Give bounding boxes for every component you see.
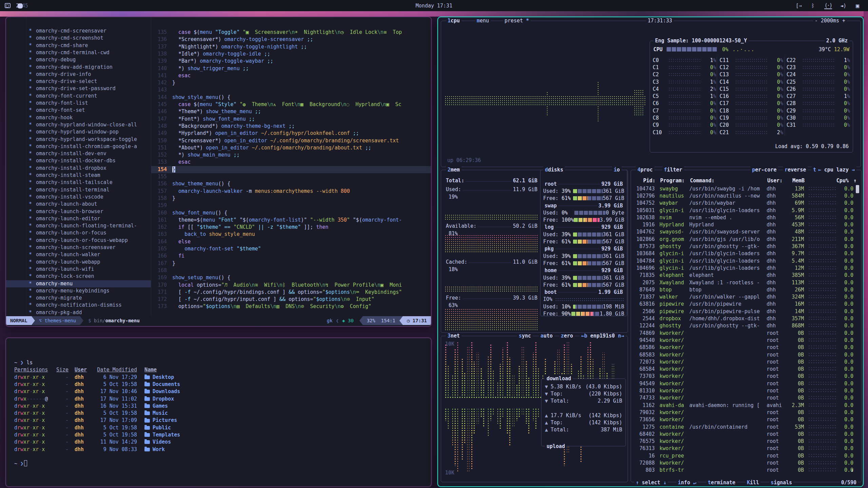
file-item[interactable]: *omarchy-launch-or-focus-webapp xyxy=(6,237,151,244)
process-row[interactable]: 103684glycin-i/usr/lib/glycin-loadersdhh… xyxy=(633,250,854,257)
file-item[interactable]: *omarchy-cmd-screenshot xyxy=(6,35,151,42)
file-item[interactable]: *omarchy-hook xyxy=(6,114,151,121)
file-item[interactable]: *omarchy-install-chromium-google-a xyxy=(6,143,151,150)
file-item[interactable]: *omarchy-font-current xyxy=(6,93,151,100)
sync-button[interactable]: sync xyxy=(517,333,533,339)
process-row[interactable]: 2506pipewire/usr/bin/pipewire-pulsedhh14… xyxy=(633,308,854,315)
preset-button[interactable]: preset * xyxy=(503,18,531,24)
file-item[interactable]: *omarchy-install-docker-dbs xyxy=(6,157,151,164)
file-item[interactable]: *omarchy-migrate xyxy=(6,294,151,302)
iface-switcher[interactable]: ←b enp191s0 n→ xyxy=(579,333,626,339)
sort-selector[interactable]: ← cpu lazy → xyxy=(816,167,856,173)
process-row[interactable]: 74733kworker/root0B0.0 xyxy=(633,394,854,402)
process-row[interactable]: 68586kworker/root0B0.0 xyxy=(633,344,854,351)
process-row[interactable]: 94540kworker/root0B0.0 xyxy=(633,337,854,344)
process-row[interactable]: 2544dropbox/home/dhh/.dropbox-distdhh357… xyxy=(633,315,854,322)
zero-button[interactable]: zero xyxy=(559,333,575,339)
prompt-line[interactable]: ~ ❯ xyxy=(14,460,27,467)
file-item[interactable]: *omarchy-install-tailscale xyxy=(6,179,151,186)
signals-button[interactable]: signals xyxy=(769,480,793,486)
file-item[interactable]: *omarchy-hyprland-window-pop xyxy=(6,128,151,136)
per-core-button[interactable]: per-core xyxy=(750,167,778,173)
process-row[interactable]: 1162avahi-daavahi-daemon: running [avahi… xyxy=(633,402,854,409)
file-item[interactable]: *omarchy-launch-screensaver xyxy=(6,244,151,251)
file-item[interactable]: *omarchy-cmd-screensaver xyxy=(6,27,151,35)
file-item[interactable]: *omarchy-menu xyxy=(6,280,151,287)
file-item[interactable]: *omarchy-install-steam xyxy=(6,172,151,179)
process-row[interactable]: 102638nvimnvim --embed .dhh56M0.0 xyxy=(633,214,854,221)
process-row[interactable]: 73656kworker/root0B0.0 xyxy=(633,416,854,423)
process-row[interactable]: 16rcu_preeroot0B0.0 xyxy=(633,452,854,459)
process-row[interactable]: 1275containe/usr/bin/containerdroot53M0.… xyxy=(633,423,854,430)
process-row[interactable]: 87573ghostty/usr/bin/ghostty --gtk-dhh36… xyxy=(633,243,854,250)
file-item[interactable]: *omarchy-install-vscode xyxy=(6,194,151,201)
file-item[interactable]: *omarchy-launch-floating-terminal- xyxy=(6,222,151,229)
process-row[interactable]: 68583kworker/root0B0.0 xyxy=(633,351,854,358)
file-item[interactable]: *omarchy-cmd-terminal-cwd xyxy=(6,49,151,56)
menu-button[interactable]: menu xyxy=(475,18,491,24)
process-row[interactable]: 71835elephantelephantdhh385M0.0 xyxy=(633,272,854,279)
file-item[interactable]: *omarchy-hyprland-window-close-all xyxy=(6,121,151,128)
process-row[interactable]: 105031glycin-i/usr/lib/glycin-loadersdhh… xyxy=(633,207,854,214)
process-row[interactable]: 74869kworker/root0B0.0 xyxy=(633,329,854,337)
process-row[interactable]: 76313kworker/root0B0.0 xyxy=(633,445,854,452)
process-row[interactable]: 104743swaybg/usr/bin/swaybg -i /homdhh13… xyxy=(633,185,854,192)
file-item[interactable]: *omarchy-install-dropbox xyxy=(6,165,151,172)
kill-button[interactable]: Kill xyxy=(746,480,761,486)
file-item[interactable]: *omarchy-launch-wifi xyxy=(6,266,151,273)
file-item[interactable]: *omarchy-debug xyxy=(6,56,151,63)
file-item[interactable]: *omarchy-launch-or-focus xyxy=(6,229,151,237)
file-item[interactable]: *omarchy-notification-dismiss xyxy=(6,302,151,309)
proc-tab[interactable]: 4proc xyxy=(636,167,654,173)
process-row[interactable]: 2075XwaylandXwayland :1 -rootless -dhh11… xyxy=(633,279,854,286)
process-row[interactable]: 1916HyprlandHyprlanddhh453M0.0 xyxy=(633,221,854,228)
mem-tab[interactable]: 2mem xyxy=(446,167,461,173)
process-row[interactable]: 81310kworker/root0B0.0 xyxy=(633,387,854,394)
file-item[interactable]: *omarchy-launch-editor xyxy=(6,215,151,222)
reverse-button[interactable]: reverse xyxy=(783,167,808,173)
cpu-tab[interactable]: 1cpu xyxy=(446,18,461,24)
process-row[interactable]: 104784glycin-i/usr/lib/glycin-loadersdhh… xyxy=(633,257,854,264)
proc-scrollbar[interactable] xyxy=(856,185,859,193)
auto-button[interactable]: auto xyxy=(539,333,554,339)
file-item[interactable]: *omarchy-launch-walker xyxy=(6,251,151,258)
process-row[interactable]: 104696glycin-i/usr/lib/glycin-loadersdhh… xyxy=(633,264,854,271)
process-row[interactable]: 72073kworker/root0B0.0 xyxy=(633,358,854,365)
process-row[interactable]: 87649btopbtopdhh26M0.0 xyxy=(633,286,854,293)
file-item[interactable]: *omarchy-menu-keybindings xyxy=(6,287,151,294)
filter-button[interactable]: filter xyxy=(662,167,684,173)
process-row[interactable]: 68402kworker/root0B0.0 xyxy=(633,430,854,438)
file-item[interactable]: *omarchy-install-dev-env xyxy=(6,150,151,157)
process-row[interactable]: 104752waybar/usr/bin/waybardhh69M0.0 xyxy=(633,200,854,207)
process-row[interactable]: 12244ghostty/usr/bin/ghostty --gtk-dhh86… xyxy=(633,322,854,329)
process-row[interactable]: 102796nautilus/usr/bin/nautilus --newdhh… xyxy=(633,192,854,199)
interval-control[interactable]: - 2000ms + xyxy=(813,18,847,24)
terminal-window[interactable]: ~ ❯ lsPermissionsSizeUserDate ModifiedNa… xyxy=(5,338,432,487)
process-row[interactable]: 72088kworker/root0B0.0 xyxy=(633,459,854,466)
process-row[interactable]: 71837walker/usr/bin/walker --gappldhh324… xyxy=(633,293,854,301)
info-button[interactable]: info ↵ xyxy=(676,480,697,486)
process-row[interactable]: 63816pipewire/usr/bin/pipewiredhh16M0.0 xyxy=(633,301,854,308)
file-item[interactable]: *omarchy-hyprland-workspace-toggle xyxy=(6,136,151,143)
io-button[interactable]: io xyxy=(612,167,622,173)
file-item[interactable]: *omarchy-dev-add-migration xyxy=(6,64,151,71)
file-item[interactable]: *omarchy-cmd-share xyxy=(6,42,151,49)
net-tab[interactable]: 3net xyxy=(446,333,461,339)
process-row[interactable]: 79032kworker/root0B0.0 xyxy=(633,409,854,416)
file-item[interactable]: *omarchy-drive-set-password xyxy=(6,85,151,92)
file-item[interactable]: *omarchy-launch-about xyxy=(6,201,151,208)
process-row[interactable]: 68584kworker/root0B0.0 xyxy=(633,366,854,373)
process-row[interactable]: 104762swayosd-/usr/bin/swayosd-serverdhh… xyxy=(633,228,854,236)
file-item[interactable]: *omarchy-launch-browser xyxy=(6,208,151,215)
scroll-down-icon[interactable]: ↓ xyxy=(851,467,854,473)
process-row[interactable]: 73703kworker/root0B0.0 xyxy=(633,373,854,380)
file-item[interactable]: *omarchy-font-set xyxy=(6,107,151,114)
file-item[interactable]: *omarchy-drive-select xyxy=(6,78,151,85)
file-item[interactable]: *omarchy-drive-info xyxy=(6,71,151,78)
file-item[interactable]: *omarchy-lock-screen xyxy=(6,273,151,280)
process-row[interactable]: 803btrfs-trroot0B0.0 xyxy=(633,467,854,474)
file-item[interactable]: *omarchy-font-list xyxy=(6,100,151,107)
file-item[interactable]: *omarchy-launch-webapp xyxy=(6,259,151,266)
file-item[interactable]: *omarchy-pkg-add xyxy=(6,309,151,316)
process-row[interactable]: 102866org.gnom/usr/bin/gjs /usr/lib/odhh… xyxy=(633,236,854,243)
